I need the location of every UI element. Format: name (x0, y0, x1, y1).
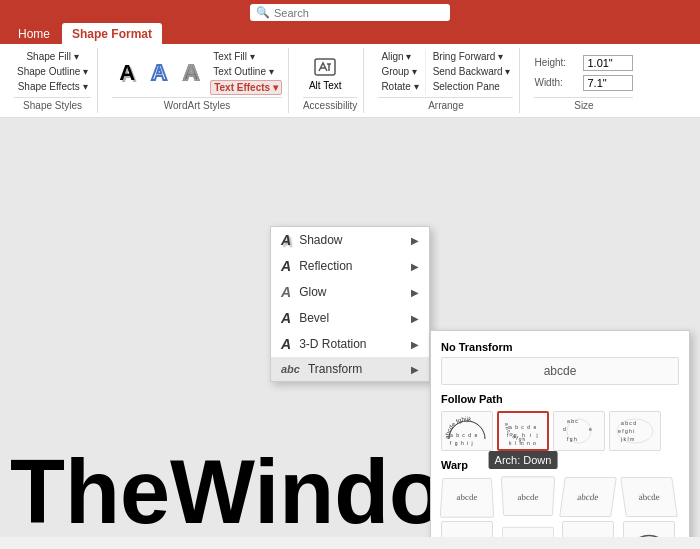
warp-cell-1[interactable]: abcde (440, 478, 495, 518)
svg-text:f g h i j: f g h i j (507, 432, 540, 438)
warp-cell-6[interactable]: abcde (502, 527, 554, 537)
svg-text:e: e (589, 426, 592, 432)
svg-text:a b c d: a b c d (621, 420, 636, 426)
height-row: Height: (534, 55, 633, 71)
align-btn[interactable]: Align ▾ (378, 50, 421, 63)
svg-text:a b c: a b c (567, 418, 578, 424)
transform-chevron: ▶ (411, 364, 419, 375)
bevel-chevron: ▶ (411, 313, 419, 324)
search-input[interactable] (274, 7, 434, 19)
warp-cell-5[interactable]: abcde (441, 521, 493, 537)
follow-path-button[interactable]: a b c d e f g h i j k l m (609, 411, 661, 451)
warp-cell-7[interactable] (562, 521, 614, 537)
wordart-style-1[interactable]: A (112, 57, 142, 89)
no-transform-label: No Transform (441, 341, 679, 353)
text-outline-btn[interactable]: Text Outline ▾ (210, 65, 282, 78)
3d-rotation-label: 3-D Rotation (299, 337, 366, 351)
svg-text:f g h i j: f g h i j (450, 440, 474, 446)
follow-path-circle[interactable]: a b c d e f g h (553, 411, 605, 451)
3d-rotation-chevron: ▶ (411, 339, 419, 350)
tab-shape-format[interactable]: Shape Format (62, 23, 162, 44)
svg-text:e f g h i: e f g h i (618, 428, 634, 434)
alt-text-btn[interactable]: Alt Text (303, 53, 348, 93)
shape-outline-btn[interactable]: Shape Outline ▾ (14, 65, 91, 78)
shape-effects-btn[interactable]: Shape Effects ▾ (15, 80, 91, 93)
size-label: Size (534, 97, 633, 111)
warp-cell-8[interactable] (623, 521, 675, 537)
svg-text:k l m n o: k l m n o (509, 440, 537, 446)
svg-text:j k l m: j k l m (620, 436, 634, 442)
shadow-label: Shadow (299, 233, 342, 247)
width-input[interactable] (583, 75, 633, 91)
width-row: Width: (534, 75, 633, 91)
reflection-chevron: ▶ (411, 261, 419, 272)
tab-home[interactable]: Home (8, 23, 60, 44)
wordart-styles-list: A A A (112, 57, 206, 89)
svg-text:a b c d e: a b c d e (450, 432, 478, 438)
svg-text:f g h: f g h (567, 436, 577, 442)
bring-forward-btn[interactable]: Bring Forward ▾ (430, 50, 514, 63)
glow-chevron: ▶ (411, 287, 419, 298)
glow-icon: A (281, 284, 291, 300)
shadow-icon: A (281, 232, 291, 248)
dropdown-transform[interactable]: abc Transform ▶ (271, 357, 429, 381)
transform-label: Transform (308, 362, 362, 376)
follow-path-label: Follow Path (441, 393, 679, 405)
dropdown-3d-rotation[interactable]: A 3-D Rotation ▶ (271, 331, 429, 357)
selection-pane-btn[interactable]: Selection Pane (430, 80, 514, 93)
width-label: Width: (534, 77, 579, 88)
shape-styles-section: Shape Fill ▾ Shape Outline ▾ Shape Effec… (8, 48, 98, 113)
reflection-label: Reflection (299, 259, 352, 273)
transform-icon: abc (281, 363, 300, 375)
bevel-icon: A (281, 310, 291, 326)
shape-fill-btn[interactable]: Shape Fill ▾ (23, 50, 81, 63)
search-icon: 🔍 (256, 6, 270, 19)
follow-path-arch-up[interactable]: abcde fghijk a b c d e f g h i j (441, 411, 493, 451)
dropdown-bevel[interactable]: A Bevel ▶ (271, 305, 429, 331)
search-wrap: 🔍 (250, 4, 450, 21)
3d-rotation-icon: A (281, 336, 291, 352)
text-effects-dropdown: A Shadow ▶ A Reflection ▶ A Glow ▶ A Bev… (270, 226, 430, 382)
warp-cell-4[interactable]: abcde (620, 477, 678, 517)
ribbon-body: Shape Fill ▾ Shape Outline ▾ Shape Effec… (0, 44, 700, 118)
follow-path-section: Follow Path abcde fghijk a b c d e f g h… (441, 393, 679, 451)
reflection-icon: A (281, 258, 291, 274)
height-label: Height: (534, 57, 579, 68)
wordart-section: A A A Text Fill ▾ Text Outline ▾ Text Ef… (106, 48, 289, 113)
dropdown-reflection[interactable]: A Reflection ▶ (271, 253, 429, 279)
glow-label: Glow (299, 285, 326, 299)
send-backward-btn[interactable]: Send Backward ▾ (430, 65, 514, 78)
transform-submenu: No Transform abcde Follow Path abcde fgh… (430, 330, 690, 537)
tabs-row: Home Shape Format (0, 23, 700, 44)
wordart-style-2[interactable]: A (144, 57, 174, 89)
warp-section: Warp abcde abcde abcde abcde abcde abcde (441, 459, 679, 537)
warp-cell-3[interactable]: abcde (559, 477, 617, 517)
no-transform-section: No Transform abcde (441, 341, 679, 385)
arrange-label: Arrange (378, 97, 513, 111)
no-transform-cell[interactable]: abcde (441, 357, 679, 385)
height-input[interactable] (583, 55, 633, 71)
shape-styles-label: Shape Styles (14, 97, 91, 111)
text-fill-btn[interactable]: Text Fill ▾ (210, 50, 282, 63)
accessibility-section: Alt Text Accessibility (297, 48, 364, 113)
main-area: TheWindows A Shadow ▶ A Reflection ▶ A G… (0, 118, 700, 537)
group-btn[interactable]: Group ▾ (378, 65, 421, 78)
dropdown-glow[interactable]: A Glow ▶ (271, 279, 429, 305)
warp-cell-2[interactable]: abcde (500, 476, 555, 516)
svg-text:d: d (563, 426, 566, 432)
size-section: Height: Width: Size (528, 48, 639, 113)
bevel-label: Bevel (299, 311, 329, 325)
search-bar: 🔍 (0, 0, 700, 23)
wordart-label: WordArt Styles (112, 97, 282, 111)
shadow-chevron: ▶ (411, 235, 419, 246)
ribbon-container: 🔍 Home Shape Format (0, 0, 700, 44)
follow-path-arch-down[interactable]: a b c d e f g h a b c d e f g h i j k l … (497, 411, 549, 451)
dropdown-shadow[interactable]: A Shadow ▶ (271, 227, 429, 253)
rotate-btn[interactable]: Rotate ▾ (378, 80, 421, 93)
svg-text:a b c d e: a b c d e (509, 424, 537, 430)
arch-down-tooltip: Arch: Down (489, 451, 558, 469)
text-effects-btn[interactable]: Text Effects ▾ (210, 80, 282, 95)
wordart-style-3[interactable]: A (176, 57, 206, 89)
warp-grid: abcde abcde abcde abcde abcde abcde (441, 477, 679, 537)
accessibility-label: Accessibility (303, 97, 357, 111)
